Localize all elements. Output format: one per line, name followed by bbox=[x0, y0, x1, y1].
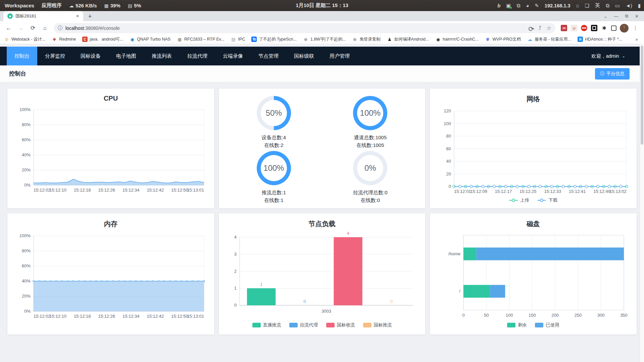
nav-item-push-list[interactable]: 推流列表 bbox=[144, 47, 180, 65]
input-method-indicator[interactable]: 英 bbox=[595, 2, 600, 9]
svg-text:100%: 100% bbox=[19, 233, 31, 238]
window-maximize-icon[interactable]: ⧉ bbox=[625, 13, 628, 19]
recorder-tray-icon[interactable]: ◕ bbox=[526, 3, 529, 8]
bookmark-server[interactable]: ☁服务器 - 轻量应用... bbox=[527, 37, 571, 42]
svg-text:15:12:26: 15:12:26 bbox=[98, 314, 115, 319]
chevron-down-icon: ⌄ bbox=[622, 54, 625, 58]
clock[interactable]: 1月10日 星期二 15：13 bbox=[296, 2, 348, 9]
cpu-chart[interactable]: 0%20%40%60%80%100%15:12:0215:12:1015:12:… bbox=[14, 106, 207, 195]
clipboard-tray-icon[interactable]: ⧉ bbox=[517, 3, 521, 9]
nav-item-gb-devices[interactable]: 国标设备 bbox=[73, 47, 108, 65]
nav-item-cloud-record[interactable]: 云端录像 bbox=[215, 47, 251, 65]
splat-extension-icon[interactable]: ✱ bbox=[601, 25, 607, 31]
legend-live-push[interactable]: 直播推流 bbox=[252, 322, 281, 328]
user-menu[interactable]: 欢迎，admin ⌄ bbox=[591, 53, 644, 59]
bookmark-18w[interactable]: ⊕1.8W字|了不起的... bbox=[303, 37, 346, 42]
scrollbar-thumb[interactable] bbox=[641, 46, 643, 145]
bookmark-hdatmos[interactable]: NHDAtmos :: 种子 *... bbox=[578, 37, 622, 42]
disk-chart[interactable]: 050100150200250300350/home/ bbox=[437, 232, 630, 321]
bookmark-ipc-folder[interactable]: ▤IPC bbox=[231, 37, 245, 42]
bookmark-qnap[interactable]: ◉QNAP Turbo NAS bbox=[130, 37, 170, 42]
nav-item-console[interactable]: 控制台 bbox=[7, 47, 37, 65]
nav-item-split-monitor[interactable]: 分屏监控 bbox=[37, 47, 73, 65]
blocker-extension-icon[interactable] bbox=[581, 25, 587, 31]
display-tray-icon[interactable]: ▭ bbox=[615, 3, 620, 9]
legend-gb-push[interactable]: 国标推流 bbox=[363, 322, 392, 328]
nav-item-node-manage[interactable]: 节点管理 bbox=[251, 47, 286, 65]
nav-item-gb-cascade[interactable]: 国标级联 bbox=[286, 47, 322, 65]
cup-extension-icon[interactable]: ∪ bbox=[571, 25, 577, 31]
device-ring-percent: 50% bbox=[261, 100, 287, 126]
bookmark-github-crash[interactable]: ◉hairrrrr/C-CrashC... bbox=[435, 37, 479, 42]
home-tray-icon[interactable]: ⌂ bbox=[576, 3, 579, 8]
stats-panel: 50% 设备总数:4在线数:2 100% 通道总数:1005在线数:1005 1… bbox=[219, 89, 425, 208]
dark-square-extension-icon[interactable] bbox=[591, 25, 597, 31]
bing-tray-icon[interactable]: b bbox=[497, 3, 500, 8]
network-chart[interactable]: 02040608010012015:12:0115:12:0915:12:171… bbox=[437, 107, 630, 196]
bookmark-java-android[interactable]: Cjava、android可... bbox=[82, 37, 123, 42]
window-minimize-icon[interactable]: — bbox=[614, 14, 618, 19]
pull-ring-gauge: 0% bbox=[353, 151, 387, 185]
forward-button[interactable]: → bbox=[15, 23, 26, 34]
nav-item-map[interactable]: 电子地图 bbox=[108, 47, 144, 65]
platform-info-button[interactable]: ⓘ 平台信息 bbox=[595, 68, 630, 80]
c-language-icon: C bbox=[82, 37, 88, 42]
bookmark-android-compile[interactable]: ♟如何编译Android... bbox=[387, 37, 429, 42]
legend-free[interactable]: 剩余 bbox=[507, 322, 527, 328]
back-button[interactable]: ← bbox=[3, 23, 14, 34]
bookmark-typescript[interactable]: 知了不起的 TypeScri... bbox=[251, 37, 297, 42]
ip-address[interactable]: 192.168.1.3 bbox=[545, 3, 571, 8]
bookmark-wvp-doc[interactable]: ✾WVP-PRO文档 bbox=[485, 37, 521, 42]
svg-text:15:12:33: 15:12:33 bbox=[544, 189, 561, 194]
legend-label: 国标推流 bbox=[374, 322, 392, 328]
window-more-icon[interactable]: ⌄ bbox=[604, 14, 607, 19]
legend-upload[interactable]: 上传 bbox=[509, 197, 529, 203]
share-icon[interactable]: ⤴ bbox=[539, 25, 541, 31]
bookmark-redmine[interactable]: ❖Redmine bbox=[52, 37, 76, 42]
info-icon: ⓘ bbox=[600, 71, 604, 77]
profile-avatar[interactable] bbox=[620, 24, 629, 33]
screenshot-tray-icon[interactable]: ▣ bbox=[506, 3, 511, 9]
node-load-chart[interactable]: 0123410403003 bbox=[226, 232, 418, 321]
bookmark-rfc2833[interactable]: ◍RFC2833 – RTP Ev... bbox=[177, 37, 225, 42]
page-scrollbar[interactable] bbox=[640, 44, 644, 362]
volume-icon[interactable]: ◄) bbox=[626, 3, 632, 8]
bookmark-webstack[interactable]: ≣Webstack - 设计... bbox=[4, 37, 45, 42]
legend-pull-proxy[interactable]: 拉流代理 bbox=[289, 322, 318, 328]
password-key-icon[interactable] bbox=[529, 26, 533, 31]
legend-label: 下载 bbox=[548, 197, 557, 203]
home-button[interactable]: ⌂ bbox=[40, 23, 50, 34]
editor-tray-icon[interactable]: ✎ bbox=[535, 3, 539, 9]
svg-text:15:12:02: 15:12:02 bbox=[34, 188, 51, 193]
reload-button[interactable]: ⟳ bbox=[28, 23, 38, 34]
js-extension-icon[interactable]: JS bbox=[561, 25, 567, 31]
windows-tray-icon[interactable]: ❏ bbox=[585, 3, 589, 9]
legend-used[interactable]: 已使用 bbox=[535, 322, 559, 328]
site-info-icon[interactable]: ⓘ bbox=[58, 25, 62, 31]
channel-ring-percent: 100% bbox=[357, 100, 383, 126]
window-switcher-icon[interactable]: ⧉ bbox=[606, 3, 609, 9]
legend-gb-recv[interactable]: 国标收流 bbox=[326, 322, 355, 328]
browser-tab[interactable]: ◆ 国标28181 ✕ bbox=[3, 11, 83, 21]
bookmark-copy-free[interactable]: ⊕免登录复制 bbox=[352, 37, 381, 42]
window-close-icon[interactable]: ✕ bbox=[635, 14, 639, 19]
svg-text:15:12:50: 15:12:50 bbox=[171, 188, 188, 193]
applications-menu[interactable]: 应用程序 bbox=[42, 2, 62, 9]
bookmark-star-icon[interactable]: ☆ bbox=[547, 25, 551, 31]
bookmark-label: 了不起的 TypeScri... bbox=[259, 37, 297, 42]
browser-menu-icon[interactable]: ⋮ bbox=[630, 25, 641, 31]
tab-close-icon[interactable]: ✕ bbox=[75, 13, 81, 19]
bookmarks-overflow-chevron[interactable]: » bbox=[635, 37, 640, 42]
address-bar[interactable]: ⓘ localhost:38080/#/console ⤴ ☆ bbox=[54, 23, 555, 33]
nav-item-pull-proxy[interactable]: 拉流代理 bbox=[180, 47, 215, 65]
svg-text:15:13:01: 15:13:01 bbox=[187, 314, 204, 319]
svg-text:0%: 0% bbox=[24, 309, 31, 314]
url-text[interactable]: localhost:38080/#/console bbox=[65, 25, 120, 31]
bookmark-label: 1.8W字|了不起的... bbox=[310, 37, 346, 42]
box-extension-icon[interactable] bbox=[611, 25, 616, 31]
memory-chart[interactable]: 0%20%40%60%80%100%15:12:0215:12:1015:12:… bbox=[14, 232, 207, 321]
workspaces-button[interactable]: Workspaces bbox=[5, 3, 34, 8]
legend-download[interactable]: 下载 bbox=[537, 197, 557, 203]
new-tab-button[interactable]: + bbox=[85, 12, 95, 21]
nav-item-user-manage[interactable]: 用户管理 bbox=[322, 47, 357, 65]
